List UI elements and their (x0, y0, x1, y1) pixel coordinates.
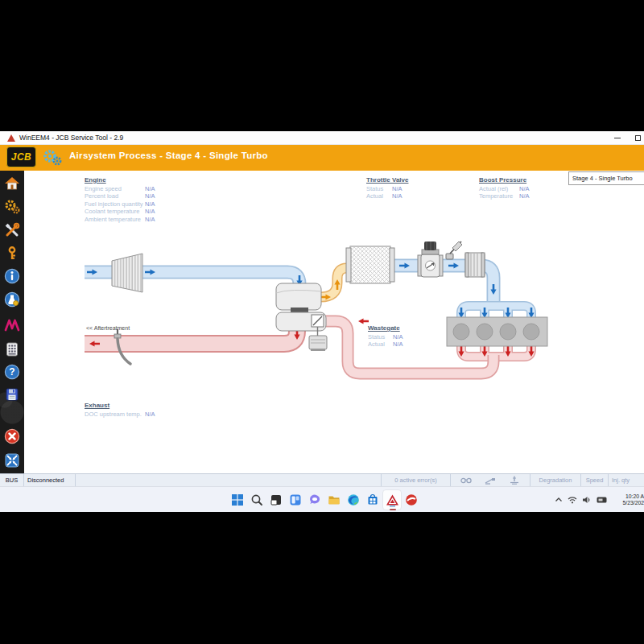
save-icon[interactable] (4, 386, 20, 402)
param-row: StatusN/A (368, 333, 403, 341)
app-header: JCB Airsystem Process - Stage 4 - Single… (0, 145, 644, 171)
help-icon[interactable]: ? (4, 364, 20, 380)
valve-lever-icon (485, 477, 496, 485)
param-row: Coolant temperatureN/A (85, 208, 155, 216)
engine-panel: Engine Engine speedN/A Percent loadN/A F… (85, 176, 155, 224)
intercooler (346, 246, 394, 283)
throttle-valve-component (418, 242, 443, 277)
jcb-service-tool-icon[interactable] (382, 489, 402, 510)
statusbar-icons (451, 474, 530, 486)
collapse-icon[interactable] (4, 452, 20, 469)
window-title: WinEEM4 - JCB Service Tool - 2.9 (19, 134, 123, 142)
letterbox-top (0, 0, 644, 131)
screen: WinEEM4 - JCB Service Tool - 2.9 JCB Air… (0, 0, 644, 644)
wifi-icon[interactable] (568, 496, 577, 504)
panel-title: Throttle Valve (366, 176, 408, 184)
wastegate-panel: Wastegate StatusN/A ActualN/A (368, 324, 403, 349)
param-row: Actual (rel)N/A (479, 185, 530, 193)
tray-chevron-icon[interactable] (555, 497, 563, 503)
sidebar: ? (0, 171, 24, 473)
aftertreatment-label: << Aftertreatment (86, 325, 130, 331)
keypad-icon[interactable] (4, 341, 20, 357)
minimize-button[interactable] (614, 138, 621, 139)
title-bar: WinEEM4 - JCB Service Tool - 2.9 (0, 131, 644, 145)
page-title: Airsystem Process - Stage 4 - Single Tur… (69, 151, 268, 160)
task-view-icon[interactable] (266, 489, 286, 510)
param-row: StatusN/A (366, 185, 408, 193)
key-icon[interactable] (4, 246, 20, 262)
store-icon[interactable] (363, 489, 382, 510)
home-icon[interactable] (4, 175, 20, 192)
waveform-icon[interactable] (4, 317, 20, 333)
start-button[interactable] (228, 489, 247, 510)
bus-label: BUS (0, 474, 24, 486)
param-row: ActualN/A (368, 341, 403, 349)
speed-label: Speed (581, 474, 609, 486)
volume-icon[interactable] (582, 496, 592, 504)
airsystem-diagram: Engine Engine speedN/A Percent loadN/A F… (24, 171, 644, 473)
panel-title: Wastegate (368, 324, 403, 332)
param-row: Ambient temperatureN/A (85, 216, 155, 224)
red-app-icon[interactable] (402, 489, 421, 510)
panel-title: Boost Pressure (479, 176, 530, 184)
stage-selector[interactable]: Stage 4 - Single Turbo (568, 171, 644, 185)
restore-button[interactable] (635, 135, 641, 141)
app-icon (7, 134, 15, 142)
engine-block (447, 317, 547, 346)
statusbar-spacer (76, 474, 382, 486)
param-row: TemperatureN/A (479, 192, 530, 200)
svg-text:?: ? (9, 366, 14, 378)
param-row: Fuel injection quantityN/A (85, 200, 155, 208)
app-window: WinEEM4 - JCB Service Tool - 2.9 JCB Air… (0, 131, 644, 512)
tray-clock[interactable]: 10:20 A 5/23/202 (612, 493, 644, 507)
panel-title: Engine (85, 176, 155, 184)
boost-temp-sensor (446, 242, 462, 259)
widgets-icon[interactable] (286, 489, 305, 510)
param-row: Engine speedN/A (85, 185, 155, 193)
file-explorer-icon[interactable] (324, 489, 344, 510)
diagnostics-icon[interactable] (4, 291, 20, 308)
windows-taskbar: 10:20 A 5/23/202 (0, 486, 644, 512)
boost-pressure-sensor (465, 253, 485, 277)
boost-pressure-panel: Boost Pressure Actual (rel)N/A Temperatu… (479, 176, 530, 200)
tools-icon[interactable] (4, 222, 20, 238)
chat-icon[interactable] (305, 489, 324, 510)
search-icon[interactable] (247, 489, 266, 510)
air-filter (112, 254, 142, 292)
param-row: DOC upstream temp.N/A (85, 411, 155, 419)
exhaust-panel: Exhaust DOC upstream temp.N/A (85, 402, 155, 418)
inj-qty-label: Inj. qty (609, 474, 644, 486)
active-errors: 0 active error(s) (382, 474, 451, 486)
settings-gears-icon[interactable] (4, 199, 20, 215)
param-row: Percent loadN/A (85, 192, 155, 200)
dipstick-icon (509, 476, 520, 485)
connection-status: Disconnected (24, 474, 76, 486)
turbo-compressor (276, 283, 321, 310)
param-row: ActualN/A (366, 192, 408, 200)
throttle-valve-panel: Throttle Valve StatusN/A ActualN/A (366, 176, 408, 200)
tray-date: 5/23/202 (612, 500, 644, 507)
panel-title: Exhaust (85, 402, 155, 410)
edge-icon[interactable] (344, 489, 363, 510)
system-tray: 10:20 A 5/23/202 (555, 487, 644, 513)
letterbox-bottom (0, 512, 644, 644)
goggles-icon (460, 477, 472, 485)
exit-icon[interactable] (4, 428, 20, 444)
tray-time: 10:20 A (612, 493, 644, 501)
jcb-logo: JCB (6, 147, 36, 167)
gears-icon (42, 149, 63, 170)
language-icon[interactable] (597, 496, 607, 504)
status-bar: BUS Disconnected 0 active error(s) Degra… (0, 473, 644, 486)
info-icon[interactable] (4, 268, 20, 284)
degradation-label: Degradation (530, 474, 581, 486)
wastegate-valve (312, 315, 324, 327)
